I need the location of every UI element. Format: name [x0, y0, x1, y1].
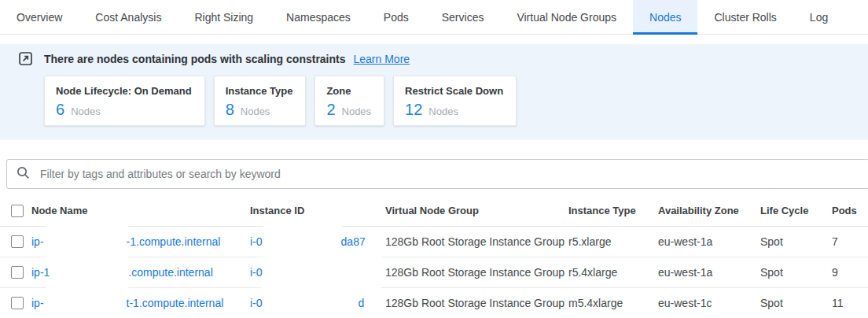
pods-cell: 11 [832, 297, 868, 309]
life-cycle-cell: Spot [760, 235, 832, 248]
virtual-node-group-cell: 128Gb Root Storage Instance Group [385, 235, 568, 248]
node-name-link[interactable]: ip-t-1.compute.internal [31, 297, 250, 309]
table-row: ip-t-1.compute.internal i-0d 128Gb Root … [0, 288, 868, 318]
tab-overview[interactable]: Overview [0, 0, 79, 34]
instance-id-link[interactable]: i-0d [250, 297, 385, 309]
column-header-availability-zone: Availability Zone [658, 205, 760, 216]
card-title: Instance Type [226, 85, 293, 97]
column-header-instance-type: Instance Type [568, 205, 658, 216]
instance-type-cell: r5.4xlarge [568, 266, 658, 279]
card-zone[interactable]: Zone 2 Nodes [314, 76, 384, 126]
banner-header: There are nodes containing pods with sca… [0, 44, 868, 65]
card-unit: Nodes [241, 105, 270, 117]
availability-zone-cell: eu-west-1c [658, 297, 760, 309]
column-header-virtual-node-group: Virtual Node Group [385, 205, 568, 216]
scale-constraint-icon [19, 52, 32, 65]
select-all-checkbox[interactable] [11, 205, 24, 217]
instance-id-link[interactable]: i-0da87 [250, 235, 385, 248]
banner-message: There are nodes containing pods with sca… [44, 53, 346, 65]
tab-namespaces[interactable]: Namespaces [270, 0, 367, 34]
tab-cost-analysis[interactable]: Cost Analysis [79, 0, 178, 34]
tab-virtual-node-groups[interactable]: Virtual Node Groups [500, 0, 633, 34]
tab-cluster-rolls[interactable]: Cluster Rolls [697, 0, 793, 34]
availability-zone-cell: eu-west-1a [658, 266, 760, 279]
tab-nodes[interactable]: Nodes [633, 0, 697, 34]
node-name-link[interactable]: ip--1.compute.internal [31, 235, 250, 248]
card-title: Zone [326, 85, 371, 97]
pods-cell: 9 [832, 266, 868, 279]
virtual-node-group-cell: 128Gb Root Storage Instance Group [385, 266, 568, 279]
card-unit: Nodes [342, 105, 372, 117]
constraint-cards: Node Lifecycle: On Demand 6 Nodes Instan… [44, 76, 517, 126]
card-count: 6 [56, 101, 64, 119]
table-header-row: Node Name Instance ID Virtual Node Group… [0, 195, 868, 227]
row-checkbox[interactable] [11, 235, 24, 248]
learn-more-link[interactable]: Learn More [354, 53, 410, 65]
life-cycle-cell: Spot [760, 297, 832, 309]
column-header-node-name: Node Name [31, 205, 250, 216]
card-instance-type[interactable]: Instance Type 8 Nodes [214, 76, 307, 126]
card-count: 12 [405, 101, 422, 119]
tab-services[interactable]: Services [425, 0, 501, 34]
card-title: Node Lifecycle: On Demand [56, 85, 192, 97]
column-header-instance-id: Instance ID [250, 205, 385, 216]
tab-log[interactable]: Log [793, 0, 844, 34]
card-unit: Nodes [428, 105, 458, 117]
card-count: 8 [226, 101, 234, 119]
node-name-link[interactable]: ip-1.compute.internal [31, 266, 250, 279]
tab-bar: Overview Cost Analysis Right Sizing Name… [0, 0, 868, 35]
pods-cell: 7 [832, 235, 868, 248]
card-title: Restrict Scale Down [405, 85, 503, 97]
search-icon [17, 166, 30, 183]
table-row: ip--1.compute.internal i-0da87 128Gb Roo… [0, 227, 868, 257]
row-checkbox[interactable] [11, 297, 24, 309]
card-count: 2 [326, 101, 335, 119]
life-cycle-cell: Spot [760, 266, 832, 279]
table-row: ip-1.compute.internal i-0 128Gb Root Sto… [0, 257, 868, 288]
nodes-table: Node Name Instance ID Virtual Node Group… [0, 195, 868, 318]
column-header-life-cycle: Life Cycle [760, 205, 832, 216]
card-unit: Nodes [71, 105, 101, 117]
column-header-pods: Pods [832, 205, 868, 216]
tab-right-sizing[interactable]: Right Sizing [178, 0, 270, 34]
instance-id-link[interactable]: i-0 [250, 266, 385, 279]
instance-type-cell: m5.4xlarge [568, 297, 658, 309]
tab-pods[interactable]: Pods [367, 0, 425, 34]
row-checkbox[interactable] [11, 266, 24, 279]
filter-search-bar [6, 159, 868, 189]
virtual-node-group-cell: 128Gb Root Storage Instance Group [385, 297, 568, 309]
card-node-lifecycle[interactable]: Node Lifecycle: On Demand 6 Nodes [44, 76, 205, 126]
card-restrict-scale-down[interactable]: Restrict Scale Down 12 Nodes [393, 76, 517, 126]
search-input[interactable] [39, 167, 859, 181]
availability-zone-cell: eu-west-1a [658, 235, 760, 248]
instance-type-cell: r5.xlarge [568, 235, 658, 248]
scaling-constraints-banner: There are nodes containing pods with sca… [0, 44, 868, 140]
